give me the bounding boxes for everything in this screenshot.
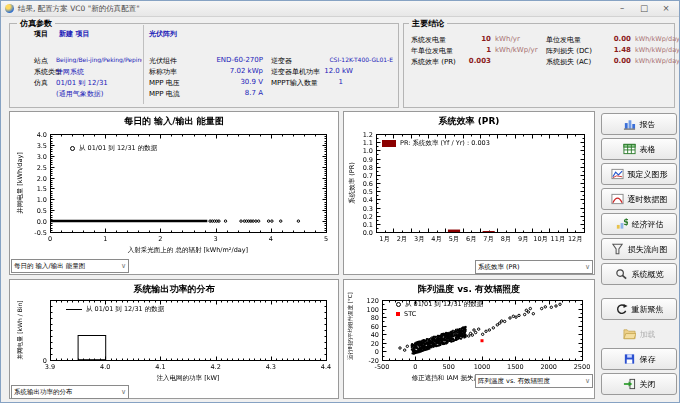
svg-text:$: $ [623,218,628,227]
result-unit: kWh/kWp/day [635,46,680,54]
param-value: 8.7 A [191,89,263,97]
hourly-graph-icon [611,193,624,205]
chart1-panel: 每日的 输入/输出 能量图 入射采光面上的 总的辐射 [kWh/m²/day] … [9,111,339,275]
chart4-legend-stc: STC [396,310,416,318]
predefined-graphs-icon [611,168,624,180]
chart4-legend-data: 从 01/01 到 12/31 的数据 [396,300,483,309]
result-unit: kWh/kWp/yr [495,46,538,54]
sidebar: 报告 表格 预定义图形 逐时数据图 $ 经济评估 损失流向图 系统概览 [601,113,677,398]
chart3-legend: 从 01/01 到 12/31 的数据 [66,305,164,314]
chart1-graph-select[interactable]: 每日的 输入/输出 能量图∨ [11,259,129,273]
line-marker-icon [66,309,82,310]
param-label: 站点 [34,56,48,66]
param-value: (通用气象数据) [56,89,103,99]
chart1-legend: 从 01/01 到 12/31 的数据 [70,144,157,153]
result-value: 0.00 [596,57,631,65]
param-value: CSI-12K-T400-GL01-E [313,56,393,63]
chevron-down-icon: ∨ [585,377,590,385]
param-label: MPPT输入数量 [271,78,318,88]
hourly-graph-button[interactable]: 逐时数据图 [601,188,677,210]
system-overview-button[interactable]: 系统概览 [601,263,677,285]
chart1-title: 每日的 输入/输出 能量图 [10,115,338,128]
result-value: 0.00 [596,35,631,43]
chart3-ylabel: 并网电量 [kWh / Bin] [16,300,25,360]
result-value: 10 [446,35,491,43]
chart1-ylabel: 并网电量 [kWh/day] [16,134,25,232]
chart4-title: 阵列温度 vs. 有效辐照度 [344,283,594,296]
window-title: 结果, 配置方案 VC0 "新的仿真配置" [18,4,140,14]
result-label: 系统损失 (AC) [546,57,591,67]
param-value: Beijing/Bei-jing/Peking/Peping/Sijc [56,56,142,63]
param-label: 逆变器 [271,56,292,66]
report-button[interactable]: 报告 [601,113,677,135]
predefined-graphs-button[interactable]: 预定义图形 [601,163,677,185]
save-button[interactable]: 保存 [601,348,677,370]
sim-params-title: 仿真参数 [17,18,55,29]
chart1-xlabel: 入射采光面上的 总的辐射 [kWh/m²/day] [50,246,326,255]
result-value: 1 [446,46,491,54]
project-name: 新建 项目 [59,29,89,39]
chart2-graph-select[interactable]: 系统效率 (PR)∨ [475,260,593,274]
param-label: 仿真 [34,78,48,88]
pr-legend-patch [382,140,396,147]
table-button[interactable]: 表格 [601,138,677,160]
param-value: 01/01 到 12/31 [56,78,108,88]
chart2-ylabel: 系统效率 (PR) [348,134,357,232]
chart4-ylabel: 运行时的平均组件温度 [°C] [347,300,354,360]
results-window: 结果, 配置方案 VC0 "新的仿真配置" – □ × 仿真参数 项目 新建 项… [0,0,680,403]
param-value: 1 [313,78,343,86]
chart2-title: 系统效率 (PR) [344,115,594,128]
param-value: 12.0 kW [313,67,353,75]
result-unit: kWh/kWp/day [635,35,680,43]
maximize-button[interactable]: □ [633,1,655,16]
chart3-xlabel: 注入电网的功率 [kW] [50,374,326,383]
save-icon [623,353,636,365]
chart2-panel: 系统效率 (PR) 系统效率 (PR) PR: 系统效率 (Yf / Yr) :… [343,111,595,275]
economic-evaluation-icon: $ [615,218,628,230]
stc-legend-marker [396,312,400,316]
param-label: 标称功率 [149,67,177,77]
main-results-title: 主要结论 [409,18,447,29]
param-value: END-60-270P [191,56,263,64]
param-label: MPP 电流 [149,89,180,99]
result-value: 0.003 [446,57,491,65]
chevron-down-icon: ∨ [585,263,590,271]
sidebar-spacer [601,288,677,298]
param-value: 并网系统 [56,67,84,77]
load-button[interactable]: 加载 [601,323,677,345]
economic-evaluation-button[interactable]: $ 经济评估 [601,213,677,235]
report-icon [623,118,636,130]
loss-diagram-icon [611,243,624,255]
performance-ratio-chart [344,112,594,274]
close-exit-icon [623,378,636,390]
result-label: 阵列损失 (DC) [546,46,592,56]
close-button[interactable]: × [655,1,677,16]
params-divider [143,25,144,104]
param-label: 光伏组件 [149,56,177,66]
result-unit: kWh/kWp/day [635,57,680,65]
scatter-marker-icon [396,302,401,307]
result-value: 1.48 [596,46,631,54]
title-bar: 结果, 配置方案 VC0 "新的仿真配置" – □ × [1,1,679,17]
chart3-graph-select[interactable]: 系统输出功率的分布∨ [11,385,129,399]
load-folder-icon [623,328,636,340]
result-label: 单位发电量 [546,35,581,45]
minimize-button[interactable]: – [611,1,633,16]
refocus-button[interactable]: 重新聚焦 [601,298,677,320]
chart3-panel: 系统输出功率的分布 注入电网的功率 [kW] 并网电量 [kWh / Bin] … [9,279,339,399]
table-icon [623,143,636,155]
chart4-graph-select[interactable]: 阵列温度 vs. 有效辐照度∨ [475,374,593,388]
system-overview-icon [615,268,628,280]
refresh-icon [615,303,628,315]
result-label: 系统发电量 [411,35,446,45]
close-window-button[interactable]: 关闭 [601,373,677,395]
loss-diagram-button[interactable]: 损失流向图 [601,238,677,260]
pv-array-header: 光伏阵列 [149,29,177,39]
scatter-marker-icon [70,146,75,151]
param-label: MPP 电压 [149,78,180,88]
chart2-legend: PR: 系统效率 (Yf / Yr) : 0.003 [382,139,490,148]
param-value: 30.9 V [191,78,263,86]
chevron-down-icon: ∨ [121,388,126,396]
param-value: 7.02 kWp [191,67,263,75]
project-header: 项目 [34,29,48,39]
